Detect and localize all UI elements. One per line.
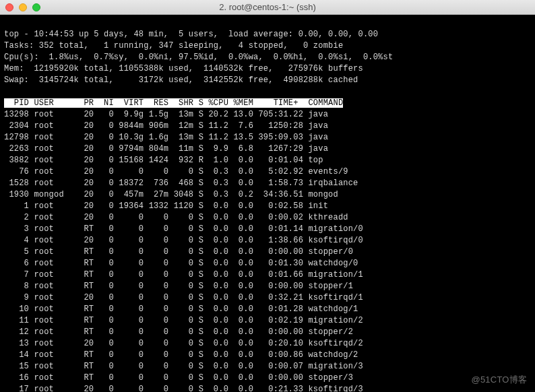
top-summary-line-1: top - 10:44:53 up 5 days, 48 min, 5 user… (4, 30, 378, 39)
top-summary-line-3: Cpu(s): 1.8%us, 0.7%sy, 0.0%ni, 97.5%id,… (4, 53, 393, 62)
close-icon[interactable] (5, 3, 13, 11)
window-titlebar: 2. root@centos-1:~ (ssh) (0, 0, 535, 15)
watermark: @51CTO博客 (472, 374, 527, 385)
minimize-icon[interactable] (19, 3, 27, 11)
top-summary-line-4: Mem: 12195920k total, 11055388k used, 11… (4, 64, 363, 73)
terminal-output[interactable]: top - 10:44:53 up 5 days, 48 min, 5 user… (0, 15, 535, 392)
top-summary-line-2: Tasks: 352 total, 1 running, 347 sleepin… (4, 41, 343, 51)
process-table-body: 13298 root 20 0 9.9g 1.5g 13m S 20.2 13.… (4, 110, 363, 392)
traffic-lights (5, 3, 40, 11)
top-summary-line-5: Swap: 3145724k total, 3172k used, 314255… (4, 75, 358, 85)
window-title: 2. root@centos-1:~ (ssh) (0, 2, 535, 12)
maximize-icon[interactable] (32, 3, 40, 11)
process-table-header: PID USER PR NI VIRT RES SHR S %CPU %MEM … (4, 98, 343, 108)
